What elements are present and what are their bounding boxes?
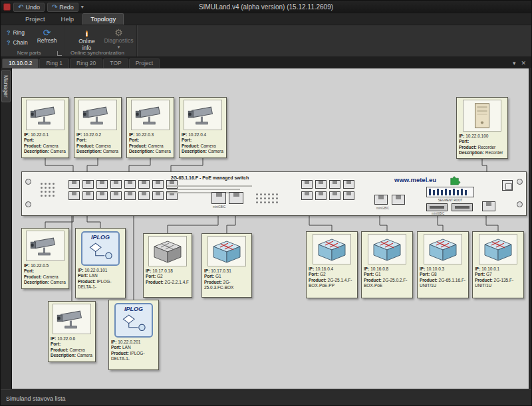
led-dot	[264, 197, 266, 199]
device-ip: 10.22.0.5	[31, 263, 49, 268]
camera-icon	[78, 100, 117, 130]
question-icon: ?	[7, 39, 11, 46]
device-ip: 10.17.0.31	[211, 268, 231, 273]
led-dot	[264, 201, 266, 203]
switch-box-icon	[424, 234, 462, 264]
tab-list-chevron-icon[interactable]: ▾	[513, 60, 516, 66]
doc-tab-ring-1[interactable]: Ring 1	[39, 58, 69, 68]
rj45-port	[152, 191, 164, 200]
chevron-down-icon: ▾	[118, 45, 120, 50]
rj45-port-block-b	[301, 180, 354, 200]
doc-tab-top[interactable]: TOP	[103, 58, 128, 68]
device-product: Camera	[201, 144, 216, 148]
screw-hole	[517, 201, 523, 207]
device-port: G8	[431, 272, 437, 276]
device-card-iplog-1[interactable]: IPLOG IP: 10.22.0.101 Port: LAN Product:…	[75, 228, 126, 298]
device-card-switch-blue-3[interactable]: IP: 10.16.0.8 Port: G1 Product: 2G-25.0.…	[361, 231, 413, 298]
led-dot	[268, 201, 270, 203]
rj45-port	[96, 180, 108, 189]
device-card-switch-blue-4[interactable]: IP: 10.10.0.3 Port: G8 Product: 2G-65.1.…	[417, 231, 469, 298]
led-dot	[49, 195, 51, 197]
device-card-switch-blue-1[interactable]: IP: 10.17.0.31 Port: G1 Product: 2G-25.0…	[201, 233, 252, 298]
device-card-camera-3[interactable]: IP: 10.22.0.3 Port: Product: Camera Desc…	[126, 97, 174, 158]
diagnostics-button[interactable]: ⚙ Diagnostics ▾	[104, 27, 132, 51]
doc-tab-ring-20[interactable]: Ring 20	[70, 58, 102, 68]
rj45-port	[343, 180, 354, 189]
iplog-icon: IPLOG	[114, 303, 153, 338]
led-dot	[41, 187, 43, 189]
camera-icon	[131, 100, 170, 130]
rj45-port	[96, 191, 108, 200]
tab-help[interactable]: Help	[54, 14, 82, 25]
device-product: Camera	[96, 144, 111, 148]
undo-button[interactable]: ↶ Undo	[13, 3, 45, 12]
led-dot	[256, 197, 258, 199]
led-dot	[268, 193, 270, 195]
rj45-port	[68, 180, 80, 189]
device-ip: 10.22.0.6	[57, 336, 75, 341]
led-dot	[264, 193, 266, 195]
app-icon[interactable]	[3, 3, 11, 11]
device-port: G7	[486, 272, 492, 276]
chain-button[interactable]: ? Chain	[5, 39, 30, 47]
device-product: Camera	[43, 144, 59, 148]
rj45-port	[301, 191, 313, 200]
camera-icon	[26, 231, 65, 261]
device-product: Camera	[70, 348, 85, 352]
redo-arrow-icon: ↷	[52, 4, 57, 11]
ribbon-group-online-sync: i Online info ⚙ Diagnostics ▾ Online syn…	[65, 25, 137, 56]
title-bar: ↶ Undo ↷ Redo ▾ SIMULand.v4 (alpha versi…	[1, 1, 531, 13]
led-dot	[49, 191, 51, 193]
online-info-button[interactable]: i Online info	[72, 27, 100, 53]
manager-panel-tab[interactable]: Manager	[1, 70, 11, 102]
rj45-port	[315, 180, 327, 189]
rj45-port	[68, 191, 80, 200]
refresh-icon: ⟳	[43, 28, 51, 38]
device-card-camera-4[interactable]: IP: 10.22.0.4 Port: Product: Camera Desc…	[179, 97, 227, 158]
device-card-camera-6[interactable]: IP: 10.22.0.6 Port: Product: Camera Desc…	[48, 301, 96, 362]
managed-switch-device[interactable]: 2G-65.1.16.F - PoE managed switch miniGB…	[21, 171, 527, 216]
device-description: Camera	[156, 149, 171, 153]
question-icon: ?	[7, 29, 11, 36]
device-product: Recorder	[478, 145, 496, 150]
camera-icon	[26, 100, 65, 130]
topology-canvas[interactable]: IP: 10.22.0.1 Port: Product: Camera Desc…	[11, 68, 529, 389]
device-card-recorder[interactable]: IP: 10.22.0.100 Port: Product: Recorder …	[456, 97, 508, 159]
device-card-switch-gray[interactable]: IP: 10.17.0.18 Port: G2 Product: 2G-2.2.…	[143, 233, 192, 298]
device-card-iplog-2[interactable]: IPLOG IP: 10.22.0.201 Port: LAN Product:…	[108, 300, 159, 370]
device-card-switch-blue-5[interactable]: IP: 10.10.0.1 Port: G7 Product: 2G-135.F…	[472, 231, 524, 298]
refresh-button[interactable]: ⟳ Refresh	[34, 27, 61, 46]
device-description: Camera	[208, 149, 223, 153]
refresh-label: Refresh	[37, 38, 57, 45]
led-dot	[260, 201, 262, 203]
device-ip: 10.10.0.1	[481, 266, 499, 271]
device-product: Camera	[43, 274, 59, 279]
switch-title: 2G-65.1.16.F - PoE managed switch	[155, 175, 265, 180]
doc-tab-10-10-0-2[interactable]: 10.10.0.2	[2, 58, 39, 68]
doc-tab-project[interactable]: Project	[129, 58, 160, 68]
led-dot	[45, 191, 47, 193]
close-tab-icon[interactable]: ✕	[521, 60, 526, 66]
device-ip: 10.17.0.18	[152, 268, 173, 273]
tab-project[interactable]: Project	[18, 14, 53, 25]
ring-label: Ring	[13, 29, 25, 36]
device-card-camera-1[interactable]: IP: 10.22.0.1 Port: Product: Camera Desc…	[21, 97, 69, 158]
qat-customize-chevron-icon[interactable]: ▾	[81, 4, 84, 10]
dialog-launcher-icon[interactable]	[57, 51, 62, 56]
iplog-label: IPLOG	[82, 233, 118, 241]
device-ip: 10.22.0.2	[83, 132, 101, 137]
device-card-camera-5[interactable]: IP: 10.22.0.5 Port: Product: Camera Desc…	[21, 228, 69, 289]
ring-button[interactable]: ? Ring	[5, 29, 30, 37]
device-card-switch-blue-2[interactable]: IP: 10.16.0.4 Port: G2 Product: 2G-25.1.…	[306, 231, 358, 298]
device-ip: 10.22.0.1	[31, 132, 49, 137]
device-card-camera-2[interactable]: IP: 10.22.0.2 Port: Product: Camera Desc…	[74, 97, 122, 158]
device-description: Recorder	[485, 150, 503, 155]
undo-arrow-icon: ↶	[18, 4, 23, 11]
device-port: LAN	[89, 273, 98, 278]
redo-button[interactable]: ↷ Redo	[47, 3, 78, 12]
minigbic-label: miniGBIC	[213, 205, 225, 209]
device-product: 2G-2.2.1.4.F	[165, 280, 190, 284]
device-port: G1	[215, 274, 221, 278]
tab-topology[interactable]: Topology	[82, 13, 124, 25]
gigabit-port	[374, 195, 388, 205]
